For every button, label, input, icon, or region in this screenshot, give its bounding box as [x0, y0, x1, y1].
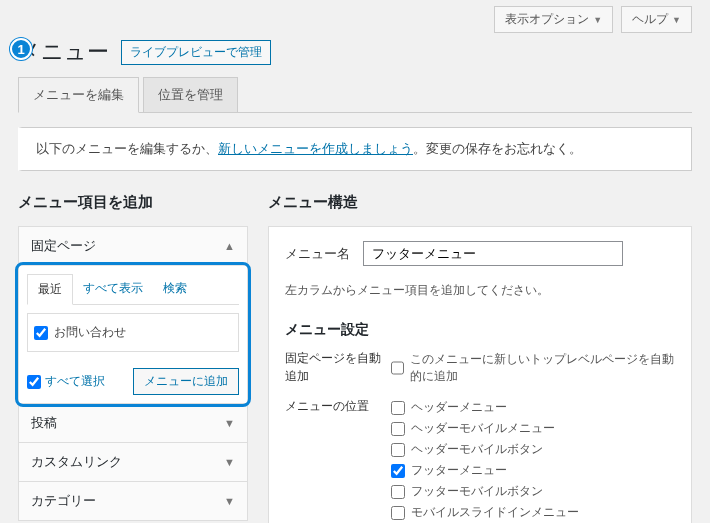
loc-footer-checkbox[interactable] — [391, 464, 405, 478]
create-new-menu-link[interactable]: 新しいメニューを作成しましょう — [218, 141, 413, 156]
inner-tab-recent[interactable]: 最近 — [27, 274, 73, 305]
notice-box: 以下のメニューを編集するか、新しいメニューを作成しましょう。変更の保存をお忘れな… — [18, 127, 692, 171]
chevron-down-icon: ▼ — [224, 456, 235, 468]
notice-text-post: 。変更の保存をお忘れなく。 — [413, 141, 582, 156]
select-all-toggle[interactable]: すべて選択 — [27, 373, 105, 390]
loc-header[interactable]: ヘッダーメニュー — [391, 397, 675, 418]
tab-manage-locations[interactable]: 位置を管理 — [143, 77, 238, 112]
loc-footer[interactable]: フッターメニュー — [391, 460, 675, 481]
auto-add-checkbox[interactable] — [391, 361, 404, 375]
notice-text-pre: 以下のメニューを編集するか、 — [36, 141, 218, 156]
menu-settings-heading: メニュー設定 — [285, 321, 675, 339]
select-all-checkbox[interactable] — [27, 375, 41, 389]
loc-footer-mobile-btn[interactable]: フッターモバイルボタン — [391, 481, 675, 502]
loc-header-checkbox[interactable] — [391, 401, 405, 415]
inner-tab-all[interactable]: すべて表示 — [73, 274, 153, 304]
menu-location-label: メニューの位置 — [285, 397, 381, 415]
page-title: メニュー — [18, 37, 109, 67]
tab-edit-menu[interactable]: メニューを編集 — [18, 77, 139, 113]
select-all-label: すべて選択 — [45, 373, 105, 390]
chevron-down-icon: ▼ — [593, 15, 602, 25]
accordion-posts-header[interactable]: 投稿 ▼ — [19, 404, 247, 442]
page-item-contact-label: お問い合わせ — [54, 324, 126, 341]
menu-name-input[interactable] — [363, 241, 623, 266]
add-to-menu-button[interactable]: メニューに追加 — [133, 368, 239, 395]
nav-tabs: メニューを編集 位置を管理 — [18, 77, 692, 113]
page-item-contact-checkbox[interactable] — [34, 326, 48, 340]
loc-header-mobile-btn[interactable]: ヘッダーモバイルボタン — [391, 439, 675, 460]
chevron-down-icon: ▼ — [224, 417, 235, 429]
help-label: ヘルプ — [632, 11, 668, 28]
auto-add-text: このメニューに新しいトップレベルページを自動的に追加 — [410, 351, 675, 385]
screen-options-button[interactable]: 表示オプション ▼ — [494, 6, 613, 33]
add-items-heading: メニュー項目を追加 — [18, 193, 248, 212]
menu-structure-heading: メニュー構造 — [268, 193, 692, 212]
page-item-contact[interactable]: お問い合わせ — [30, 318, 236, 347]
empty-hint: 左カラムからメニュー項目を追加してください。 — [285, 282, 675, 299]
loc-mobile-slidein[interactable]: モバイルスライドインメニュー — [391, 502, 675, 523]
screen-options-label: 表示オプション — [505, 11, 589, 28]
live-preview-button[interactable]: ライブプレビューで管理 — [121, 40, 271, 65]
accordion-categories-header[interactable]: カテゴリー ▼ — [19, 482, 247, 520]
inner-tab-search[interactable]: 検索 — [153, 274, 197, 304]
help-button[interactable]: ヘルプ ▼ — [621, 6, 692, 33]
menu-structure-panel: メニュー名 左カラムからメニュー項目を追加してください。 メニュー設定 固定ペー… — [268, 226, 692, 523]
accordion-custom-links-header[interactable]: カスタムリンク ▼ — [19, 443, 247, 481]
auto-add-option[interactable]: このメニューに新しいトップレベルページを自動的に追加 — [391, 349, 675, 387]
loc-header-mobile-checkbox[interactable] — [391, 422, 405, 436]
chevron-down-icon: ▼ — [672, 15, 681, 25]
chevron-down-icon: ▼ — [224, 495, 235, 507]
auto-add-label: 固定ページを自動追加 — [285, 349, 381, 385]
accordion-pages-label: 固定ページ — [31, 237, 96, 255]
accordion-pages-body: 最近 すべて表示 検索 お問い合わせ すべて選択 — [19, 266, 247, 403]
chevron-up-icon: ▲ — [224, 240, 235, 252]
accordion-categories-label: カテゴリー — [31, 492, 96, 510]
loc-footer-mobile-btn-checkbox[interactable] — [391, 485, 405, 499]
loc-mobile-slidein-checkbox[interactable] — [391, 506, 405, 520]
pages-list: お問い合わせ — [27, 313, 239, 352]
loc-header-mobile-btn-checkbox[interactable] — [391, 443, 405, 457]
accordion-posts-label: 投稿 — [31, 414, 57, 432]
loc-header-mobile[interactable]: ヘッダーモバイルメニュー — [391, 418, 675, 439]
accordion-pages-header[interactable]: 固定ページ ▲ — [19, 227, 247, 266]
accordion-custom-label: カスタムリンク — [31, 453, 122, 471]
pages-inner-tabs: 最近 すべて表示 検索 — [27, 274, 239, 305]
menu-name-label: メニュー名 — [285, 245, 353, 263]
